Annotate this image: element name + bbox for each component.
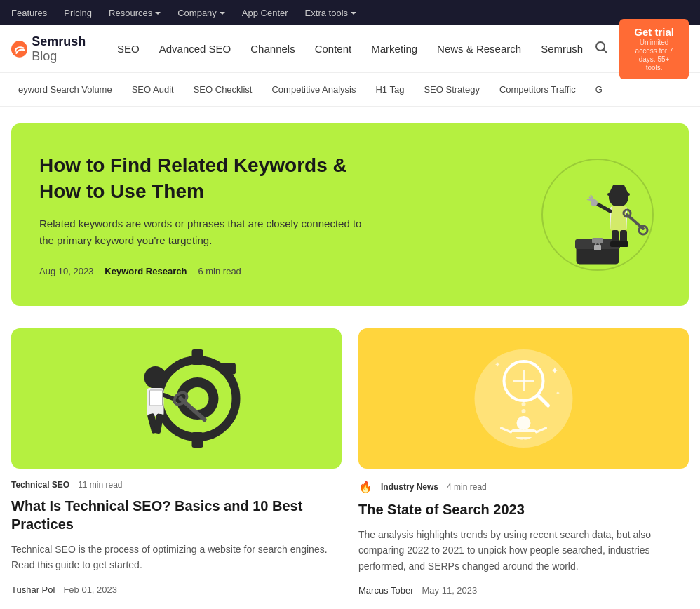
featured-article-card[interactable]: How to Find Related Keywords & How to Us… [11,123,689,306]
svg-text:✦: ✦ [494,361,500,368]
featured-article-category: Keyword Research [105,266,187,276]
nav-marketing[interactable]: Marketing [363,37,426,60]
featured-article-date: Aug 10, 2023 [39,266,93,276]
fire-icon: 🔥 [358,480,372,493]
tag-competitive-analysis[interactable]: Competitive Analysis [262,80,365,99]
featured-article-text: How to Find Related Keywords & How to Us… [39,153,376,276]
semrush-logo-icon [11,38,27,60]
topnav-pricing[interactable]: Pricing [64,8,92,18]
tag-competitors-traffic[interactable]: Competitors Traffic [490,80,586,99]
svg-point-37 [475,349,573,448]
article-description: Technical SEO is the process of optimizi… [11,542,342,573]
topnav-appcenter[interactable]: App Center [242,8,288,18]
article-meta: 🔥 Industry News 4 min read [358,480,689,493]
meditation-illustration: ✦ ✦ ✦ [358,328,689,469]
svg-point-48 [522,402,526,406]
chevron-down-icon [351,12,356,15]
article-description: The analysis highlights trends by using … [358,527,689,574]
chevron-down-icon [155,12,161,15]
article-date: Feb 01, 2023 [63,584,117,595]
header-right: Get trial Unlimited access for 7 days. 5… [591,19,689,79]
article-author: Marcus Tober [358,585,414,596]
svg-point-50 [523,416,525,419]
article-title: The State of Search 2023 [358,500,689,518]
article-title: What Is Technical SEO? Basics and 10 Bes… [11,497,342,533]
svg-point-49 [522,409,526,413]
topnav-resources[interactable]: Resources [109,8,161,18]
svg-rect-28 [220,363,236,375]
svg-text:✦: ✦ [556,390,560,396]
article-grid: Technical SEO 11 min read What Is Techni… [11,328,689,596]
main-navigation: SEO Advanced SEO Channels Content Market… [109,37,591,60]
svg-rect-25 [192,349,203,365]
article-footer: Marcus Tober May 11, 2023 [358,585,689,596]
cta-sub-text: Unlimited access for 7 days. 55+ tools. [633,39,675,72]
main-content: How to Find Related Keywords & How to Us… [0,107,700,609]
main-header: Semrush Blog SEO Advanced SEO Channels C… [0,25,700,73]
nav-advanced-seo[interactable]: Advanced SEO [151,37,240,60]
featured-article-description: Related keywords are words or phrases th… [39,215,376,249]
article-category: Industry News [381,482,438,492]
nav-channels[interactable]: Channels [242,37,303,60]
logo-link[interactable]: Semrush Blog [11,34,92,64]
article-author: Tushar Pol [11,584,55,595]
tag-seo-checklist[interactable]: SEO Checklist [184,80,262,99]
chevron-down-icon [220,12,225,15]
svg-point-29 [144,366,167,389]
article-image-state-of-search: ✦ ✦ ✦ [358,328,689,469]
article-image-technical-seo [11,328,342,469]
article-date: May 11, 2023 [422,585,478,596]
featured-article-illustration [534,152,661,278]
article-card-technical-seo[interactable]: Technical SEO 11 min read What Is Techni… [11,328,342,596]
featured-article-title: How to Find Related Keywords & How to Us… [39,153,376,204]
tag-seo-strategy[interactable]: SEO Strategy [414,80,489,99]
topnav-features[interactable]: Features [11,8,47,18]
article-read-time: 4 min read [447,482,487,492]
nav-content[interactable]: Content [307,37,361,60]
nav-seo[interactable]: SEO [109,37,148,60]
topnav-extratools[interactable]: Extra tools [305,8,356,18]
tag-keyword-search-volume[interactable]: eyword Search Volume [8,80,122,99]
svg-line-2 [604,50,607,53]
tag-g[interactable]: G [586,80,612,99]
featured-article-meta: Aug 10, 2023 Keyword Research 6 min read [39,266,376,276]
nav-semrush[interactable]: Semrush [532,37,591,60]
article-meta: Technical SEO 11 min read [11,480,342,490]
nav-news-research[interactable]: News & Research [429,37,530,60]
gear-illustration [11,328,342,469]
topnav-company[interactable]: Company [177,8,225,18]
article-card-state-of-search[interactable]: ✦ ✦ ✦ [358,328,689,596]
article-category: Technical SEO [11,480,69,490]
featured-article-read-time: 6 min read [198,266,241,276]
article-read-time: 11 min read [78,480,122,490]
tag-seo-audit[interactable]: SEO Audit [122,80,184,99]
cta-label: Get trial [634,26,674,39]
logo-text: Semrush Blog [32,34,92,64]
svg-rect-26 [192,432,203,448]
svg-text:✦: ✦ [551,365,559,376]
search-icon[interactable] [591,37,611,60]
get-trial-button[interactable]: Get trial Unlimited access for 7 days. 5… [619,19,689,79]
article-footer: Tushar Pol Feb 01, 2023 [11,584,342,595]
tag-h1-tag[interactable]: H1 Tag [365,80,414,99]
svg-point-0 [11,41,27,57]
